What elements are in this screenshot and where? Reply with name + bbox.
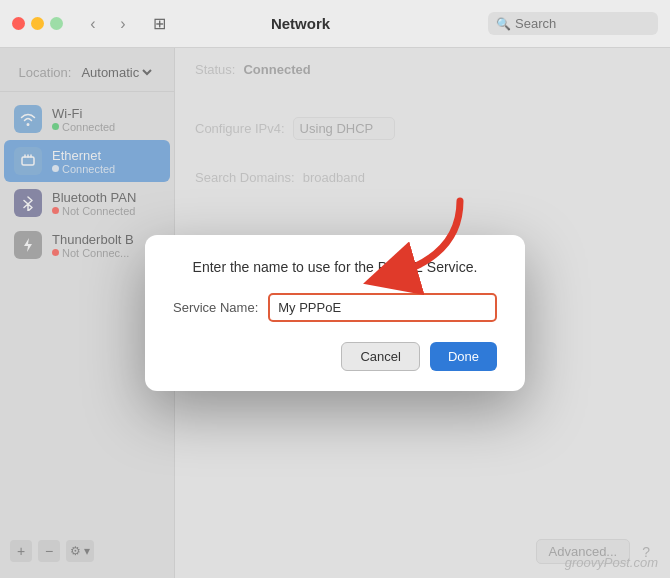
search-icon: 🔍 xyxy=(496,17,511,31)
modal-buttons: Cancel Done xyxy=(173,342,497,371)
search-bar: 🔍 xyxy=(488,12,658,35)
maximize-button[interactable] xyxy=(50,17,63,30)
cancel-button[interactable]: Cancel xyxy=(341,342,419,371)
service-name-input[interactable] xyxy=(268,293,497,322)
modal-field-label: Service Name: xyxy=(173,300,258,315)
main-content: Location: Automatic Wi-Fi Connected xyxy=(0,48,670,578)
modal-backdrop: Enter the name to use for the PPPoE Serv… xyxy=(0,48,670,578)
minimize-button[interactable] xyxy=(31,17,44,30)
close-button[interactable] xyxy=(12,17,25,30)
window-title: Network xyxy=(121,15,480,32)
traffic-lights xyxy=(12,17,63,30)
modal-dialog: Enter the name to use for the PPPoE Serv… xyxy=(145,235,525,391)
back-button[interactable]: ‹ xyxy=(79,13,107,35)
search-input[interactable] xyxy=(515,16,645,31)
title-bar: ‹ › ⊞ Network 🔍 xyxy=(0,0,670,48)
modal-title: Enter the name to use for the PPPoE Serv… xyxy=(173,259,497,275)
modal-field-row: Service Name: xyxy=(173,293,497,322)
done-button[interactable]: Done xyxy=(430,342,497,371)
